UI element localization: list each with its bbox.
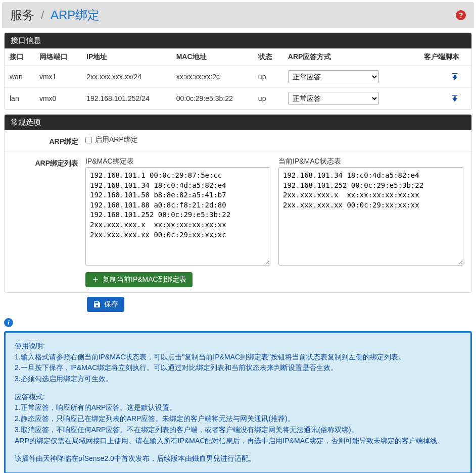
help-usage-title: 使用说明: [15, 341, 461, 352]
table-row: lanvmx0192.168.101.252/2400:0c:29:e5:3b:… [5, 88, 471, 110]
help-mode-2: 2.静态应答，只响应已在绑定列表的ARP应答。未绑定的客户端将无法与网关通讯(推… [15, 413, 461, 425]
table-row: wanvmx12xx.xxx.xxx.xx/24xx:xx:xx:xx:2cup… [5, 66, 471, 88]
td-script [407, 88, 471, 110]
save-button-label: 保存 [104, 300, 118, 309]
td-port: vmx1 [34, 66, 81, 88]
td-mode: 正常应答静态应答取消应答 [283, 66, 407, 88]
th-script: 客户端脚本 [407, 48, 471, 66]
td-mac: 00:0c:29:e5:3b:22 [171, 88, 253, 110]
help-panel: 使用说明: 1.输入格式请参照右侧当前IP&MAC状态表，可以点击"复制当前IP… [4, 331, 472, 473]
td-port: vmx0 [34, 88, 81, 110]
help-mode-1: 1.正常应答，响应所有的ARP应答。这是默认设置。 [15, 402, 461, 413]
th-port: 网络端口 [34, 48, 81, 66]
interface-table: 接口 网络端口 IP地址 MAC地址 状态 ARP应答方式 客户端脚本 wanv… [5, 48, 471, 110]
state-table-textarea[interactable] [278, 167, 463, 266]
help-icon[interactable]: ? [456, 10, 466, 20]
help-usage-3: 3.必须勾选启用绑定方可生效。 [15, 374, 461, 385]
th-state: 状态 [253, 48, 283, 66]
interface-panel-title: 接口信息 [5, 33, 471, 48]
th-ip: IP地址 [81, 48, 171, 66]
help-usage-2: 2.一旦按下保存，IP&MAC绑定将立刻执行。可以通过对比绑定列表和当前状态表来… [15, 362, 461, 374]
td-mac: xx:xx:xx:xx:2c [171, 66, 253, 88]
th-mac: MAC地址 [171, 48, 253, 66]
interface-panel: 接口信息 接口 网络端口 IP地址 MAC地址 状态 ARP应答方式 客户端脚本… [4, 32, 472, 110]
general-panel-title: 常规选项 [5, 115, 471, 130]
help-mode-3: 3.取消应答，不响应任何ARP应答。不在绑定列表的客户端，或者客户端没有绑定网关… [15, 425, 461, 436]
general-panel: 常规选项 ARP绑定 启用ARP绑定 ARP绑定列表 IP&MAC绑定表 复制当… [4, 114, 472, 293]
save-button[interactable]: 保存 [87, 297, 124, 312]
td-iface: wan [5, 66, 34, 88]
breadcrumb-current[interactable]: ARP绑定 [51, 8, 100, 22]
label-bind-list: ARP绑定列表 [5, 157, 85, 287]
breadcrumb-root[interactable]: 服务 [10, 8, 34, 22]
copy-button-label: 复制当前IP&MAC到绑定表 [103, 275, 186, 284]
td-iface: lan [5, 88, 34, 110]
help-usage-1: 1.输入格式请参照右侧当前IP&MAC状态表，可以点击"复制当前IP&MAC到绑… [15, 352, 461, 363]
download-icon[interactable] [450, 72, 459, 82]
row-enable-bind: ARP绑定 启用ARP绑定 [5, 130, 471, 151]
enable-bind-label[interactable]: 启用ARP绑定 [85, 135, 463, 144]
plus-icon [91, 276, 100, 284]
breadcrumb: 服务 / ARP绑定 [10, 7, 100, 23]
help-credit: 该插件由天神降临在pfSense2.0中首次发布，后续版本由鐵血男兒进行适配。 [15, 453, 461, 464]
breadcrumb-separator: / [41, 8, 44, 22]
td-script [407, 66, 471, 88]
help-mode-title: 应答模式: [15, 392, 461, 403]
td-ip: 2xx.xxx.xxx.xx/24 [81, 66, 171, 88]
info-icon[interactable]: i [4, 318, 13, 327]
th-iface: 接口 [5, 48, 34, 66]
bind-table-caption: IP&MAC绑定表 [85, 157, 270, 166]
save-icon [93, 300, 101, 308]
copy-to-bind-button[interactable]: 复制当前IP&MAC到绑定表 [85, 272, 193, 287]
arp-mode-select[interactable]: 正常应答静态应答取消应答 [288, 70, 379, 83]
td-mode: 正常应答静态应答取消应答 [283, 88, 407, 110]
enable-bind-text: 启用ARP绑定 [95, 135, 138, 144]
help-note: ARP的绑定仅需在局域网接口上使用。请在输入所有IP&MAC配对信息后，再选中启… [15, 436, 461, 447]
arp-mode-select[interactable]: 正常应答静态应答取消应答 [288, 92, 379, 105]
table-header-row: 接口 网络端口 IP地址 MAC地址 状态 ARP应答方式 客户端脚本 [5, 48, 471, 66]
page-header: 服务 / ARP绑定 ? [2, 2, 474, 28]
enable-bind-checkbox[interactable] [85, 137, 92, 143]
th-mode: ARP应答方式 [283, 48, 407, 66]
download-icon[interactable] [450, 93, 459, 104]
state-table-caption: 当前IP&MAC状态表 [278, 157, 463, 166]
row-bind-lists: ARP绑定列表 IP&MAC绑定表 复制当前IP&MAC到绑定表 当前IP&MA… [5, 151, 471, 292]
td-state: up [253, 88, 283, 110]
bind-table-textarea[interactable] [85, 167, 270, 266]
td-state: up [253, 66, 283, 88]
label-arp-bind: ARP绑定 [5, 135, 85, 146]
td-ip: 192.168.101.252/24 [81, 88, 171, 110]
